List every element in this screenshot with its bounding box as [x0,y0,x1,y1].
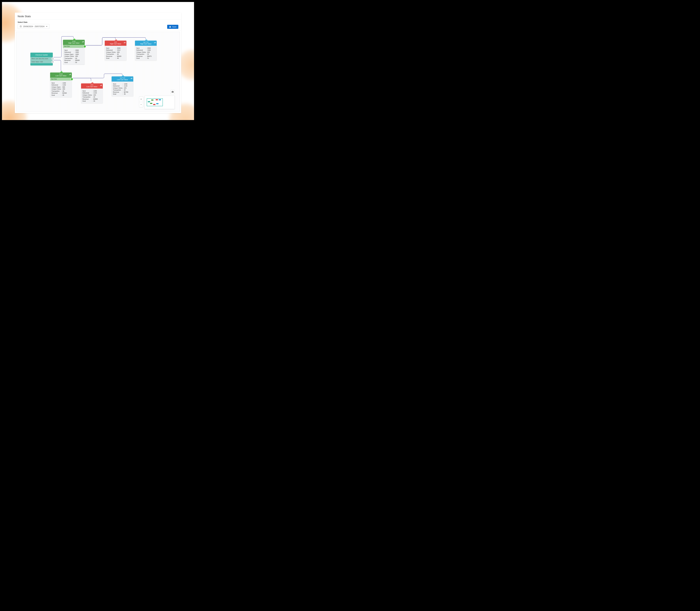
minimap[interactable] [145,96,175,109]
sms-high-node[interactable]: In SMS High Cart Value Sent:2000 Deliver… [105,41,127,61]
start-rule-1-port[interactable] [52,58,54,60]
chart-icon [123,41,126,43]
page-title: Node Stats [18,15,178,18]
svg-rect-13 [101,85,101,86]
node-stats-panel: Node Stats Select Date 25/06/2024 - 25/0… [15,13,181,113]
calendar-icon [20,26,22,27]
email-high-node[interactable]: In Email High Cart Value Not Click Sent:… [63,40,85,65]
svg-rect-9 [69,74,70,75]
svg-rect-12 [100,85,101,86]
save-icon [169,26,171,28]
start-rule-1: When user does this event [30,57,53,60]
zoom-out-button[interactable]: − [139,102,143,107]
svg-rect-4 [125,42,125,43]
camera-icon [172,91,174,93]
svg-rect-6 [154,43,155,43]
zoom-in-button[interactable]: + [139,96,143,102]
screenshot-button[interactable] [171,90,175,94]
svg-rect-5 [125,42,125,43]
out-port[interactable] [70,78,73,80]
email-low-node[interactable]: In Email Low Cart Value Not Click Sent:1… [50,73,72,98]
svg-rect-7 [155,42,155,43]
svg-rect-3 [124,43,124,43]
start-node[interactable]: Checkout Update When user does this even… [30,53,53,65]
chart-icon [130,77,132,79]
start-node-title: Checkout Update [30,53,53,57]
svg-rect-15 [131,78,131,79]
date-range-value: 25/06/2024 - 25/07/2024 [23,25,45,28]
save-button[interactable]: Save [167,25,178,29]
svg-rect-14 [101,85,102,86]
sms-low-node[interactable]: In SMS Low Cart Value Sent:1200 Delivere… [81,84,103,103]
chart-icon [82,41,84,43]
svg-rect-8 [155,42,156,43]
start-rule-2-port[interactable] [52,61,54,63]
zoom-controls: + − [139,96,143,107]
chart-icon [100,84,102,86]
start-rule-2: Order Value < $10 [30,60,53,63]
push-high-node[interactable]: In App Push High Cart Value Sent:2000 De… [135,41,157,61]
svg-rect-10 [70,74,70,75]
flow-canvas[interactable]: Checkout Update When user does this even… [16,32,180,111]
svg-rect-11 [70,74,71,75]
svg-rect-2 [83,41,84,42]
chart-icon [154,41,156,43]
not-click-branch: Not Click [63,45,85,48]
not-click-branch: Not Click [50,78,72,80]
date-range-picker[interactable]: 25/06/2024 - 25/07/2024 [18,24,49,29]
chart-icon [69,73,71,75]
caret-down-icon [46,26,47,27]
select-date-label: Select Date [18,21,49,23]
svg-rect-16 [131,78,132,79]
svg-rect-0 [82,42,83,42]
push-low-node[interactable]: In App Push Low Cart Value Sent:1200 Del… [112,76,133,96]
out-port[interactable] [83,45,86,48]
